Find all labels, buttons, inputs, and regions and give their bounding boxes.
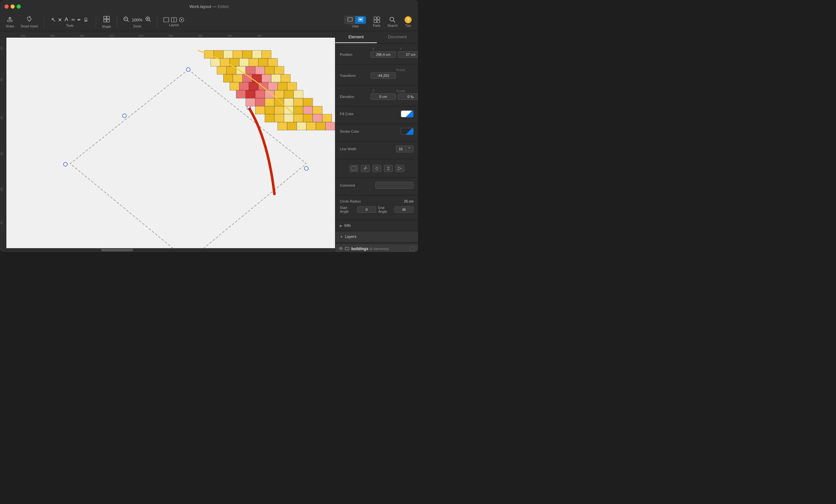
- svg-rect-88: [306, 122, 316, 130]
- align-icon-4[interactable]: [384, 165, 393, 172]
- info-section-header[interactable]: ▶ Info: [335, 220, 418, 231]
- fill-color-swatch[interactable]: [401, 110, 414, 117]
- layers-section-header[interactable]: ▼ Layers: [335, 231, 418, 243]
- layer-options-buildings[interactable]: [410, 247, 415, 251]
- tab-document[interactable]: Document: [377, 31, 418, 43]
- align-icon-5[interactable]: [395, 165, 404, 172]
- svg-point-20: [390, 17, 394, 21]
- scroll-thumb[interactable]: [101, 249, 133, 251]
- canvas-viewport[interactable]: [6, 38, 335, 248]
- svg-rect-57: [236, 90, 246, 98]
- svg-rect-75: [293, 106, 303, 114]
- vtick-70: 70: [0, 221, 3, 225]
- svg-rect-69: [293, 98, 303, 106]
- svg-rect-15: [359, 19, 362, 20]
- position-section: X Y Position: [335, 43, 418, 64]
- pos-x-input[interactable]: [370, 51, 396, 58]
- pen-tool-icon[interactable]: ✒: [77, 17, 81, 22]
- tips-button[interactable]: ? Tips: [401, 15, 415, 29]
- elev-grade-input[interactable]: [398, 94, 418, 100]
- rotate-sublabel: Rotate: [388, 68, 414, 72]
- tools-label: Tools: [66, 24, 73, 27]
- svg-rect-82: [303, 114, 313, 122]
- svg-rect-42: [274, 66, 284, 74]
- align-icon-3[interactable]: [373, 165, 381, 172]
- cross-tool-icon[interactable]: ✕: [58, 17, 62, 23]
- share-button[interactable]: Share: [3, 15, 17, 30]
- comment-input[interactable]: [375, 182, 414, 189]
- svg-rect-3: [104, 16, 106, 19]
- zoom-in-button[interactable]: [145, 16, 151, 24]
- svg-rect-79: [274, 114, 284, 122]
- svg-rect-39: [246, 66, 255, 74]
- svg-rect-29: [211, 58, 220, 66]
- shape-label: Shape: [102, 25, 111, 28]
- line-width-stepper[interactable]: 10 ⌃: [396, 146, 414, 153]
- view-button[interactable]: View: [341, 15, 369, 30]
- svg-rect-35: [268, 58, 278, 66]
- tab-element[interactable]: Element: [335, 31, 377, 43]
- end-angle-input[interactable]: [394, 207, 414, 213]
- layer-name-buildings: buildings (4 elements): [351, 247, 408, 251]
- svg-rect-51: [239, 82, 249, 90]
- control-point-top[interactable]: [186, 67, 190, 72]
- line-width-value: 10: [396, 146, 405, 152]
- maximize-button[interactable]: [17, 4, 21, 8]
- paint-tool-icon[interactable]: [64, 16, 70, 23]
- close-button[interactable]: [4, 4, 8, 8]
- search-button[interactable]: Search: [384, 15, 401, 29]
- pos-x-sublabel: X: [361, 47, 386, 51]
- svg-rect-91: [352, 167, 356, 170]
- svg-rect-58: [246, 90, 255, 98]
- stroke-color-swatch[interactable]: [401, 128, 414, 135]
- main-area: 280 290 300 310 320 330 340 350 360 20 3…: [0, 31, 418, 252]
- svg-rect-4: [107, 16, 110, 19]
- align-icon-1[interactable]: [349, 165, 358, 172]
- align-icon-2[interactable]: [361, 165, 370, 172]
- svg-rect-71: [255, 106, 265, 114]
- svg-rect-89: [316, 122, 325, 130]
- svg-rect-28: [262, 51, 271, 58]
- smart-insert-button[interactable]: Smart Insert: [18, 15, 40, 30]
- right-toolbar: View Parts Search ? Tips: [341, 15, 415, 30]
- svg-rect-60: [265, 90, 274, 98]
- svg-rect-24: [223, 51, 233, 58]
- svg-rect-70: [303, 98, 313, 106]
- zoom-out-button[interactable]: [123, 16, 129, 24]
- parts-button[interactable]: Parts: [370, 15, 383, 29]
- svg-rect-41: [265, 66, 274, 74]
- svg-rect-72: [265, 106, 274, 114]
- ruler-tick-350: 350: [228, 34, 232, 37]
- transform-input[interactable]: [370, 72, 396, 79]
- minimize-button[interactable]: [11, 4, 15, 8]
- align-row: [340, 165, 414, 172]
- comment-row: Comment: [340, 182, 414, 189]
- svg-rect-76: [303, 106, 313, 114]
- arrow-tool-icon[interactable]: ↖: [51, 16, 56, 23]
- svg-rect-52: [249, 82, 259, 90]
- control-point-left-up[interactable]: [122, 114, 126, 118]
- layer-item-buildings[interactable]: buildings (4 elements): [335, 244, 418, 252]
- control-point-left[interactable]: [63, 162, 67, 166]
- stamp-tool-icon[interactable]: [83, 17, 89, 23]
- vtick-30: 30: [0, 78, 3, 81]
- layer-visibility-buildings[interactable]: [339, 247, 343, 251]
- svg-rect-77: [313, 106, 322, 114]
- smart-insert-icon: [26, 16, 33, 24]
- shape-button[interactable]: Shape: [99, 14, 114, 30]
- line-width-increment[interactable]: ⌃: [405, 146, 413, 152]
- pos-y-input[interactable]: [398, 51, 418, 58]
- horizontal-scrollbar[interactable]: [0, 248, 335, 252]
- fill-color-label: Fill Color: [340, 112, 368, 116]
- pencil-tool-icon[interactable]: ✏: [72, 17, 75, 22]
- svg-rect-17: [377, 17, 380, 19]
- transform-section: Rotate Transform: [335, 64, 418, 85]
- control-point-right[interactable]: [304, 167, 308, 170]
- svg-rect-78: [265, 114, 274, 122]
- titlebar: Work.layout — Edited: [0, 0, 418, 13]
- svg-rect-32: [239, 58, 249, 66]
- elev-z-input[interactable]: [370, 94, 396, 100]
- zoom-value[interactable]: 100%: [132, 18, 142, 22]
- start-angle-input[interactable]: [357, 207, 376, 213]
- layout-button[interactable]: Layout: [160, 16, 187, 28]
